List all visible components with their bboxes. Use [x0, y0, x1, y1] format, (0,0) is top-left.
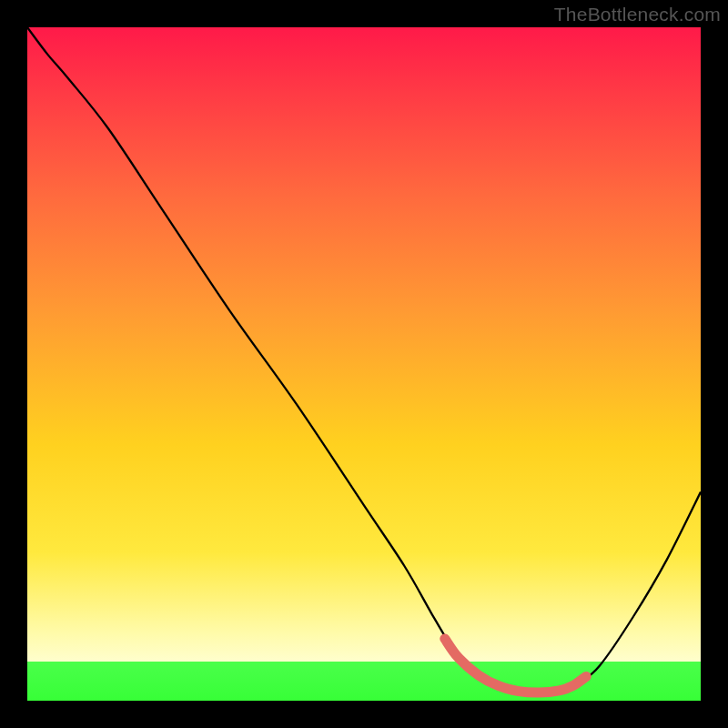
bottleneck-curve	[27, 27, 701, 693]
chart-frame: TheBottleneck.com	[0, 0, 728, 728]
attribution-label: TheBottleneck.com	[554, 4, 721, 25]
plot-area	[27, 27, 701, 701]
highlight-segment	[445, 639, 586, 693]
curve-layer	[27, 27, 701, 701]
